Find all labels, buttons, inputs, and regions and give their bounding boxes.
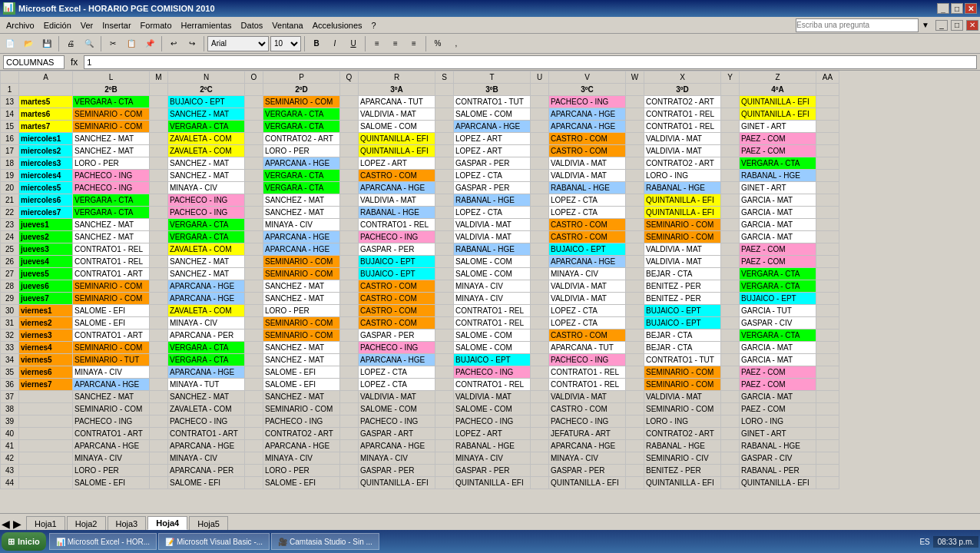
cell-40-a[interactable] [19,428,73,440]
cell-22-x[interactable]: QUINTANILLA - EFI [644,207,721,219]
cell-16-v[interactable]: CASTRO - COM [549,133,626,145]
cell-26-p[interactable]: SEMINARIO - COM [263,256,340,268]
cell-32-a[interactable]: viernes3 [19,329,73,342]
cell-31-y[interactable] [721,317,740,329]
cell-26-s[interactable] [435,256,454,268]
cell-37-p[interactable]: SANCHEZ - MAT [263,391,340,403]
cell-24-y[interactable] [721,231,740,243]
cell-31-o[interactable] [245,317,263,329]
cell-20-x[interactable]: RABANAL - HGE [644,182,721,194]
save-button[interactable]: 💾 [38,36,55,51]
cell-1-o[interactable] [245,84,263,96]
cell-29-o[interactable] [245,293,263,305]
cell-44-s[interactable] [435,477,454,489]
cell-27-r[interactable]: BUJAICO - EPT [359,268,435,280]
copy-button[interactable]: 📋 [123,36,140,51]
cell-40-o[interactable] [245,428,263,440]
cell-23-w[interactable] [626,219,644,231]
cell-24-l[interactable]: SANCHEZ - MAT [73,231,150,243]
cell-40-t[interactable]: LOPEZ - ART [454,428,531,440]
cell-25-a[interactable]: jueves3 [19,243,73,256]
cell-40-y[interactable] [721,428,740,440]
menu-herramientas[interactable]: Herramientas [177,19,237,31]
cell-32-m[interactable] [150,329,168,342]
cell-37-y[interactable] [721,391,740,403]
cell-22-q[interactable] [340,207,359,219]
cell-32-x[interactable]: BEJAR - CTA [644,329,721,342]
cell-43-s[interactable] [435,465,454,477]
cell-32-p[interactable]: SEMINARIO - COM [263,329,340,342]
cell-23-x[interactable]: SEMINARIO - COM [644,219,721,231]
cell-30-m[interactable] [150,305,168,317]
cell-21-s[interactable] [435,194,454,207]
cell-14-z[interactable]: QUINTANILLA - EFI [740,108,816,121]
menu-edicion[interactable]: Edición [39,19,76,31]
cell-29-t[interactable]: MINAYA - CIV [454,293,531,305]
menu-datos[interactable]: Datos [237,19,268,31]
cell-1-z[interactable]: 4ºA [740,84,816,96]
cell-34-w[interactable] [626,354,644,366]
cell-44-m[interactable] [150,477,168,489]
cell-35-a[interactable]: viernes6 [19,366,73,379]
cell-28-q[interactable] [340,280,359,293]
cell-30-o[interactable] [245,305,263,317]
cell-34-o[interactable] [245,354,263,366]
cell-31-q[interactable] [340,317,359,329]
cell-22-v[interactable]: LOPEZ - CTA [549,207,626,219]
cell-28-w[interactable] [626,280,644,293]
app-close-button[interactable]: ✕ [966,20,978,31]
bold-button[interactable]: B [308,36,325,51]
cell-42-p[interactable]: MINAYA - CIV [263,452,340,465]
cell-17-aa[interactable] [816,145,839,157]
cell-42-w[interactable] [626,452,644,465]
cell-36-m[interactable] [150,379,168,391]
tab-hoja4[interactable]: Hoja4 [147,516,187,530]
cell-23-z[interactable]: GARCIA - MAT [740,219,816,231]
cell-42-t[interactable]: MINAYA - CIV [454,452,531,465]
cell-27-x[interactable]: BEJAR - CTA [644,268,721,280]
cell-20-n[interactable]: MINAYA - CIV [168,182,245,194]
cell-34-x[interactable]: CONTRATO1 - TUT [644,354,721,366]
maximize-button[interactable]: □ [951,3,963,14]
cell-25-t[interactable]: RABANAL - HGE [454,243,531,256]
cut-button[interactable]: ✂ [104,36,121,51]
cell-17-u[interactable] [531,145,549,157]
cell-21-a[interactable]: miercoles6 [19,194,73,207]
cell-19-x[interactable]: LORO - ING [644,170,721,182]
app-min-button[interactable]: _ [935,20,948,31]
comma-button[interactable]: , [448,36,465,51]
cell-16-p[interactable]: CONTRATO2 - ART [263,133,340,145]
cell-17-n[interactable]: ZAVALETA - COM [168,145,245,157]
cell-25-r[interactable]: GASPAR - PER [359,243,435,256]
cell-18-u[interactable] [531,157,549,170]
cell-21-l[interactable]: VERGARA - CTA [73,194,150,207]
cell-19-n[interactable]: SANCHEZ - MAT [168,170,245,182]
cell-17-q[interactable] [340,145,359,157]
cell-37-s[interactable] [435,391,454,403]
cell-40-v[interactable]: JEFATURA - ART [549,428,626,440]
grid-wrapper[interactable]: A L M N O P Q R S T U V W X Y Z AA [0,71,980,513]
cell-44-q[interactable] [340,477,359,489]
cell-38-t[interactable]: SALOME - COM [454,403,531,416]
cell-33-u[interactable] [531,342,549,354]
cell-42-a[interactable] [19,452,73,465]
cell-14-t[interactable]: SALOME - COM [454,108,531,121]
tab-hoja3[interactable]: Hoja3 [108,516,147,530]
cell-1-r[interactable]: 3ºA [359,84,435,96]
cell-24-t[interactable]: VALDIVIA - MAT [454,231,531,243]
cell-17-t[interactable]: LOPEZ - ART [454,145,531,157]
cell-30-l[interactable]: SALOME - EFI [73,305,150,317]
cell-16-u[interactable] [531,133,549,145]
cell-22-s[interactable] [435,207,454,219]
cell-41-u[interactable] [531,440,549,452]
cell-21-m[interactable] [150,194,168,207]
cell-19-u[interactable] [531,170,549,182]
menu-formato[interactable]: Formato [136,19,177,31]
cell-43-n[interactable]: APARCANA - PER [168,465,245,477]
cell-1-t[interactable]: 3ºB [454,84,531,96]
cell-39-s[interactable] [435,416,454,428]
cell-41-o[interactable] [245,440,263,452]
cell-37-r[interactable]: VALDIVIA - MAT [359,391,435,403]
cell-31-a[interactable]: viernes2 [19,317,73,329]
minimize-button[interactable]: _ [937,3,949,14]
